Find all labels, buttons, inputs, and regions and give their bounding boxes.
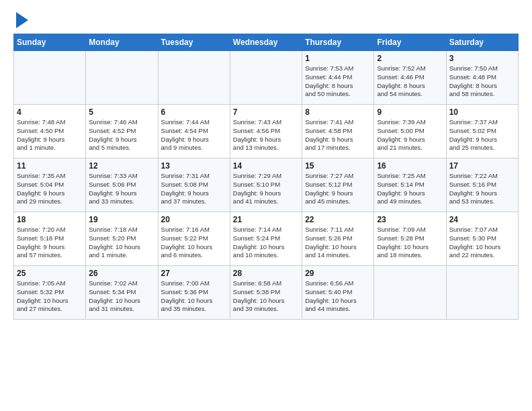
day-number: 18 — [17, 215, 83, 224]
day-number: 17 — [449, 161, 515, 171]
day-number: 27 — [161, 269, 227, 278]
day-info: Sunrise: 7:29 AM Sunset: 5:10 PM Dayligh… — [233, 172, 299, 206]
calendar-cell: 12Sunrise: 7:33 AM Sunset: 5:06 PM Dayli… — [86, 158, 158, 212]
day-number: 21 — [233, 215, 299, 224]
calendar-cell — [446, 266, 518, 320]
calendar-week-row: 1Sunrise: 7:53 AM Sunset: 4:44 PM Daylig… — [14, 51, 519, 105]
day-number: 16 — [377, 161, 443, 171]
day-info: Sunrise: 7:22 AM Sunset: 5:16 PM Dayligh… — [449, 172, 515, 206]
calendar-cell: 28Sunrise: 6:58 AM Sunset: 5:38 PM Dayli… — [230, 266, 302, 320]
calendar-cell: 23Sunrise: 7:09 AM Sunset: 5:28 PM Dayli… — [374, 212, 446, 266]
day-info: Sunrise: 7:53 AM Sunset: 4:44 PM Dayligh… — [305, 64, 371, 99]
day-number: 5 — [89, 107, 154, 117]
calendar-cell: 19Sunrise: 7:18 AM Sunset: 5:20 PM Dayli… — [86, 212, 158, 266]
calendar-cell — [230, 51, 302, 105]
calendar-cell — [86, 51, 158, 105]
calendar-cell — [158, 51, 230, 105]
calendar-cell: 15Sunrise: 7:27 AM Sunset: 5:12 PM Dayli… — [302, 158, 374, 212]
calendar-cell — [14, 51, 86, 105]
header-cell: Tuesday — [158, 34, 230, 51]
calendar-week-row: 25Sunrise: 7:05 AM Sunset: 5:32 PM Dayli… — [14, 266, 519, 320]
calendar-cell: 27Sunrise: 7:00 AM Sunset: 5:36 PM Dayli… — [158, 266, 230, 320]
day-number: 14 — [233, 161, 299, 171]
day-info: Sunrise: 7:07 AM Sunset: 5:30 PM Dayligh… — [449, 226, 515, 260]
day-info: Sunrise: 7:35 AM Sunset: 5:04 PM Dayligh… — [17, 172, 83, 206]
day-number: 28 — [233, 269, 299, 278]
calendar-cell — [374, 266, 446, 320]
day-info: Sunrise: 7:25 AM Sunset: 5:14 PM Dayligh… — [377, 172, 443, 206]
calendar-cell: 10Sunrise: 7:37 AM Sunset: 5:02 PM Dayli… — [446, 105, 518, 158]
header-cell: Saturday — [446, 34, 518, 51]
header-area — [13, 11, 519, 28]
calendar-week-row: 11Sunrise: 7:35 AM Sunset: 5:04 PM Dayli… — [14, 158, 519, 212]
day-number: 29 — [305, 269, 371, 278]
calendar-cell: 29Sunrise: 6:56 AM Sunset: 5:40 PM Dayli… — [302, 266, 374, 320]
header-cell: Wednesday — [230, 34, 302, 51]
day-number: 13 — [161, 161, 227, 171]
calendar-cell: 16Sunrise: 7:25 AM Sunset: 5:14 PM Dayli… — [374, 158, 446, 212]
day-info: Sunrise: 7:44 AM Sunset: 4:54 PM Dayligh… — [161, 118, 227, 152]
calendar-cell: 9Sunrise: 7:39 AM Sunset: 5:00 PM Daylig… — [374, 105, 446, 158]
header-cell: Monday — [86, 34, 158, 51]
calendar-cell: 26Sunrise: 7:02 AM Sunset: 5:34 PM Dayli… — [86, 266, 158, 320]
day-info: Sunrise: 7:27 AM Sunset: 5:12 PM Dayligh… — [305, 172, 371, 206]
day-number: 24 — [449, 215, 515, 224]
day-info: Sunrise: 7:20 AM Sunset: 5:18 PM Dayligh… — [17, 226, 83, 260]
day-info: Sunrise: 7:46 AM Sunset: 4:52 PM Dayligh… — [89, 118, 154, 152]
day-number: 19 — [89, 215, 154, 224]
day-info: Sunrise: 7:00 AM Sunset: 5:36 PM Dayligh… — [161, 279, 227, 314]
calendar-week-row: 4Sunrise: 7:48 AM Sunset: 4:50 PM Daylig… — [14, 105, 519, 158]
day-info: Sunrise: 7:16 AM Sunset: 5:22 PM Dayligh… — [161, 226, 227, 260]
day-info: Sunrise: 7:37 AM Sunset: 5:02 PM Dayligh… — [449, 118, 515, 152]
calendar-cell: 5Sunrise: 7:46 AM Sunset: 4:52 PM Daylig… — [86, 105, 158, 158]
day-number: 7 — [233, 107, 299, 117]
calendar-cell: 8Sunrise: 7:41 AM Sunset: 4:58 PM Daylig… — [302, 105, 374, 158]
calendar-cell: 24Sunrise: 7:07 AM Sunset: 5:30 PM Dayli… — [446, 212, 518, 266]
calendar-cell: 2Sunrise: 7:52 AM Sunset: 4:46 PM Daylig… — [374, 51, 446, 105]
header-cell: Thursday — [302, 34, 374, 51]
header-row: SundayMondayTuesdayWednesdayThursdayFrid… — [14, 34, 519, 51]
calendar-cell: 17Sunrise: 7:22 AM Sunset: 5:16 PM Dayli… — [446, 158, 518, 212]
day-info: Sunrise: 7:05 AM Sunset: 5:32 PM Dayligh… — [17, 279, 83, 314]
day-info: Sunrise: 7:31 AM Sunset: 5:08 PM Dayligh… — [161, 172, 227, 206]
day-info: Sunrise: 7:33 AM Sunset: 5:06 PM Dayligh… — [89, 172, 154, 206]
calendar-table: SundayMondayTuesdayWednesdayThursdayFrid… — [13, 34, 519, 320]
calendar-cell: 4Sunrise: 7:48 AM Sunset: 4:50 PM Daylig… — [14, 105, 86, 158]
day-number: 6 — [161, 107, 227, 117]
day-info: Sunrise: 7:43 AM Sunset: 4:56 PM Dayligh… — [233, 118, 299, 152]
day-number: 3 — [449, 54, 515, 63]
calendar-cell: 25Sunrise: 7:05 AM Sunset: 5:32 PM Dayli… — [14, 266, 86, 320]
calendar-cell: 20Sunrise: 7:16 AM Sunset: 5:22 PM Dayli… — [158, 212, 230, 266]
calendar-cell: 7Sunrise: 7:43 AM Sunset: 4:56 PM Daylig… — [230, 105, 302, 158]
header-cell: Sunday — [14, 34, 86, 51]
day-number: 10 — [449, 107, 515, 117]
calendar-cell: 21Sunrise: 7:14 AM Sunset: 5:24 PM Dayli… — [230, 212, 302, 266]
day-info: Sunrise: 7:39 AM Sunset: 5:00 PM Dayligh… — [377, 118, 443, 152]
calendar-cell: 6Sunrise: 7:44 AM Sunset: 4:54 PM Daylig… — [158, 105, 230, 158]
day-info: Sunrise: 7:09 AM Sunset: 5:28 PM Dayligh… — [377, 226, 443, 260]
header-cell: Friday — [374, 34, 446, 51]
page: SundayMondayTuesdayWednesdayThursdayFrid… — [0, 0, 532, 326]
day-info: Sunrise: 7:18 AM Sunset: 5:20 PM Dayligh… — [89, 226, 154, 260]
calendar-cell: 13Sunrise: 7:31 AM Sunset: 5:08 PM Dayli… — [158, 158, 230, 212]
day-number: 12 — [89, 161, 154, 171]
day-number: 22 — [305, 215, 371, 224]
day-number: 25 — [17, 269, 83, 278]
day-info: Sunrise: 6:58 AM Sunset: 5:38 PM Dayligh… — [233, 279, 299, 314]
day-number: 1 — [305, 54, 371, 63]
calendar-cell: 22Sunrise: 7:11 AM Sunset: 5:26 PM Dayli… — [302, 212, 374, 266]
day-number: 11 — [17, 161, 83, 171]
day-info: Sunrise: 7:11 AM Sunset: 5:26 PM Dayligh… — [305, 226, 371, 260]
day-info: Sunrise: 7:50 AM Sunset: 4:48 PM Dayligh… — [449, 64, 515, 99]
calendar-cell: 14Sunrise: 7:29 AM Sunset: 5:10 PM Dayli… — [230, 158, 302, 212]
day-number: 9 — [377, 107, 443, 117]
day-number: 15 — [305, 161, 371, 171]
calendar-cell: 1Sunrise: 7:53 AM Sunset: 4:44 PM Daylig… — [302, 51, 374, 105]
logo — [13, 11, 28, 28]
day-number: 23 — [377, 215, 443, 224]
calendar-cell: 18Sunrise: 7:20 AM Sunset: 5:18 PM Dayli… — [14, 212, 86, 266]
day-number: 2 — [377, 54, 443, 63]
logo-arrow-icon — [16, 12, 28, 28]
calendar-cell: 11Sunrise: 7:35 AM Sunset: 5:04 PM Dayli… — [14, 158, 86, 212]
day-number: 26 — [89, 269, 154, 278]
